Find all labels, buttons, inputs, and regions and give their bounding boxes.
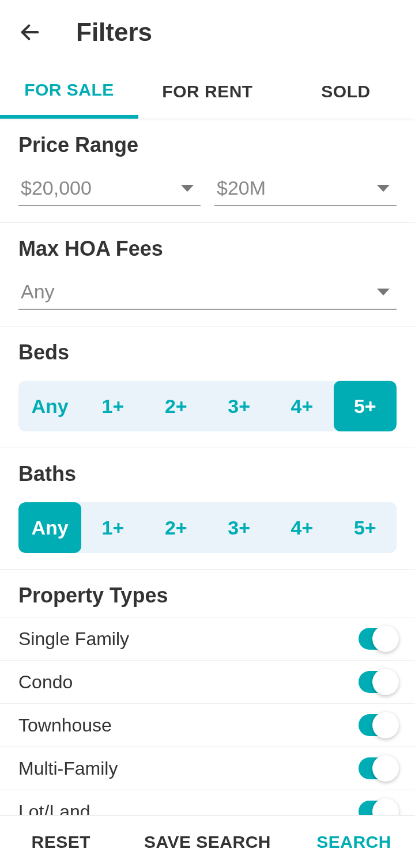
property-types-label: Property Types xyxy=(0,583,415,608)
chevron-down-icon xyxy=(377,185,390,192)
beds-segmented: Any1+2+3+4+5+ xyxy=(18,381,397,431)
property-type-label: Lot/Land xyxy=(18,801,90,816)
beds-option-3plus[interactable]: 3+ xyxy=(207,381,270,431)
price-range-section: Price Range $20,000 $20M xyxy=(0,119,415,223)
search-button[interactable]: SEARCH xyxy=(293,816,415,868)
property-type-row: Lot/Land xyxy=(0,790,415,815)
property-types-section: Property Types Single FamilyCondoTownhou… xyxy=(0,570,415,815)
chevron-down-icon xyxy=(377,289,390,295)
price-max-value: $20M xyxy=(217,177,266,199)
beds-section: Beds Any1+2+3+4+5+ xyxy=(0,327,415,448)
baths-option-3plus[interactable]: 3+ xyxy=(207,502,270,553)
toggle-knob xyxy=(372,669,399,695)
hoa-label: Max HOA Fees xyxy=(18,237,397,261)
baths-label: Baths xyxy=(18,462,397,486)
price-range-label: Price Range xyxy=(18,133,397,157)
baths-segmented: Any1+2+3+4+5+ xyxy=(18,502,397,553)
beds-option-2plus[interactable]: 2+ xyxy=(145,381,207,431)
arrow-left-icon xyxy=(18,21,42,44)
status-tabs: FOR SALEFOR RENTSOLD xyxy=(0,65,415,119)
chevron-down-icon xyxy=(181,185,194,192)
hoa-select[interactable]: Any xyxy=(18,277,397,310)
property-type-toggle[interactable] xyxy=(359,714,397,736)
property-type-label: Multi-Family xyxy=(18,758,118,779)
beds-label: Beds xyxy=(18,340,397,365)
property-type-toggle[interactable] xyxy=(359,757,397,779)
tab-sold[interactable]: SOLD xyxy=(277,65,415,119)
baths-option-4plus[interactable]: 4+ xyxy=(270,502,333,553)
hoa-value: Any xyxy=(21,281,55,303)
toggle-knob xyxy=(372,626,399,652)
reset-button[interactable]: RESET xyxy=(0,816,122,868)
beds-option-1plus[interactable]: 1+ xyxy=(81,381,144,431)
beds-option-4plus[interactable]: 4+ xyxy=(270,381,333,431)
property-type-label: Townhouse xyxy=(18,715,112,736)
property-type-toggle[interactable] xyxy=(359,671,397,693)
hoa-section: Max HOA Fees Any xyxy=(0,223,415,327)
beds-option-5plus[interactable]: 5+ xyxy=(334,381,397,431)
toggle-knob xyxy=(372,798,399,815)
property-type-row: Condo xyxy=(0,660,415,703)
save-search-button[interactable]: SAVE SEARCH xyxy=(122,816,293,868)
toggle-knob xyxy=(372,712,399,738)
baths-option-5plus[interactable]: 5+ xyxy=(334,502,397,553)
tab-for-sale[interactable]: FOR SALE xyxy=(0,65,138,119)
toggle-knob xyxy=(372,755,399,782)
baths-option-1plus[interactable]: 1+ xyxy=(81,502,144,553)
price-min-select[interactable]: $20,000 xyxy=(18,173,201,206)
property-type-toggle[interactable] xyxy=(359,628,397,650)
back-button[interactable] xyxy=(18,14,55,51)
price-max-select[interactable]: $20M xyxy=(214,173,397,206)
tab-for-rent[interactable]: FOR RENT xyxy=(138,65,277,119)
price-min-value: $20,000 xyxy=(21,177,92,199)
property-type-row: Townhouse xyxy=(0,703,415,746)
property-type-row: Multi-Family xyxy=(0,746,415,790)
baths-option-2plus[interactable]: 2+ xyxy=(145,502,207,553)
baths-section: Baths Any1+2+3+4+5+ xyxy=(0,448,415,570)
property-type-row: Single Family xyxy=(0,617,415,660)
page-title: Filters xyxy=(76,18,152,47)
beds-option-any[interactable]: Any xyxy=(18,381,81,431)
action-bar: RESET SAVE SEARCH SEARCH xyxy=(0,815,415,868)
property-type-label: Single Family xyxy=(18,628,129,650)
property-type-label: Condo xyxy=(18,672,73,693)
baths-option-any[interactable]: Any xyxy=(18,502,81,553)
property-type-toggle[interactable] xyxy=(359,801,397,815)
